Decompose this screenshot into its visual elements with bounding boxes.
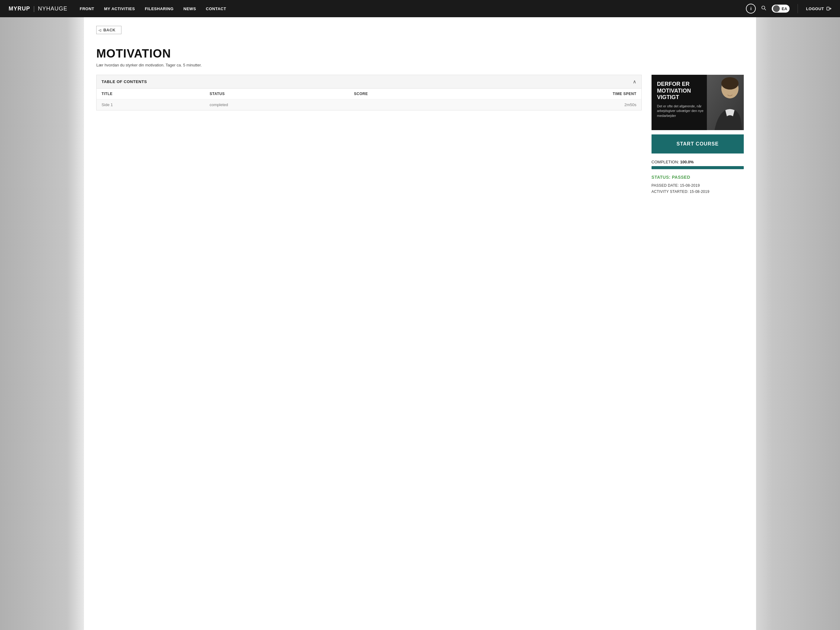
search-icon: [761, 6, 766, 11]
progress-bar-fill: [652, 166, 744, 169]
activity-started-row: ACTIVITY STARTED: 15-08-2019: [652, 190, 744, 194]
nav-link-activities[interactable]: MY ACTIVITIES: [104, 6, 135, 11]
main-layout: TABLE OF CONTENTS ∧ TITLE STATUS SCORE T…: [96, 75, 744, 196]
completion-row: COMPLETION: 100.0%: [652, 160, 744, 164]
nav-actions: i EA LOGOUT: [746, 4, 831, 14]
svg-rect-2: [827, 7, 829, 10]
right-panel: DERFOR ERMOTIVATIONVIGTIGT Det er ofte d…: [652, 75, 744, 196]
user-toggle[interactable]: EA: [772, 5, 789, 13]
course-subtitle: Lær hvordan du styrker din motivation. T…: [96, 63, 744, 67]
course-image-desc: Det er ofte det afgørende, nårarbejdsgiv…: [657, 104, 704, 118]
navbar: MYRUP | NYHAUGE FRONT MY ACTIVITIES FILE…: [0, 0, 840, 17]
back-button[interactable]: BACK: [96, 26, 122, 34]
nav-links: FRONT MY ACTIVITIES FILESHARING NEWS CON…: [80, 6, 746, 11]
toc-title: TABLE OF CONTENTS: [101, 79, 147, 84]
brand-myrup: MYRUP: [9, 6, 30, 12]
toc-collapse-icon[interactable]: ∧: [633, 79, 636, 85]
course-image-person: [707, 75, 744, 130]
course-title: MOTIVATION: [96, 47, 744, 60]
nav-link-contact[interactable]: CONTACT: [206, 6, 226, 11]
passed-date-row: PASSED DATE: 15-08-2019: [652, 184, 744, 188]
svg-point-0: [762, 6, 765, 9]
back-button-wrap: BACK: [96, 26, 744, 41]
progress-bar: [652, 166, 744, 169]
svg-point-5: [721, 77, 739, 90]
toc-panel: TABLE OF CONTENTS ∧ TITLE STATUS SCORE T…: [96, 75, 642, 111]
logout-label: LOGOUT: [806, 6, 824, 11]
table-row: Side 1 completed 2m50s: [96, 99, 641, 111]
course-image-card: DERFOR ERMOTIVATIONVIGTIGT Det er ofte d…: [652, 75, 744, 130]
completion-label: COMPLETION:: [652, 160, 679, 164]
col-score: SCORE: [349, 89, 470, 99]
row-title: Side 1: [96, 99, 205, 111]
toc-header: TABLE OF CONTENTS ∧: [96, 75, 641, 89]
col-time-spent: TIME SPENT: [470, 89, 641, 99]
nav-link-front[interactable]: FRONT: [80, 6, 94, 11]
content-wrapper: BACK MOTIVATION Lær hvordan du styrker d…: [84, 17, 756, 630]
logout-icon: [826, 6, 831, 11]
toc-table: TITLE STATUS SCORE TIME SPENT Side 1 com…: [96, 89, 641, 110]
row-score: [349, 99, 470, 111]
completion-percentage: 100.0%: [680, 160, 694, 164]
info-button[interactable]: i: [746, 4, 756, 14]
user-initials: EA: [782, 6, 787, 11]
col-status: STATUS: [205, 89, 349, 99]
logout-button[interactable]: LOGOUT: [806, 6, 831, 11]
nav-divider: [797, 4, 798, 13]
course-image-text: DERFOR ERMOTIVATIONVIGTIGT Det er ofte d…: [652, 75, 709, 124]
row-status: completed: [205, 99, 349, 111]
nav-link-news[interactable]: NEWS: [183, 6, 196, 11]
status-row: STATUS: PASSED: [652, 175, 744, 180]
course-image-headline: DERFOR ERMOTIVATIONVIGTIGT: [657, 81, 704, 101]
toggle-circle: [773, 5, 780, 12]
brand-nyhauge: NYHAUGE: [38, 6, 67, 12]
svg-line-1: [765, 9, 766, 11]
nav-link-filesharing[interactable]: FILESHARING: [145, 6, 174, 11]
search-button[interactable]: [761, 6, 766, 12]
row-time-spent: 2m50s: [470, 99, 641, 111]
start-course-button[interactable]: START COURSE: [652, 135, 744, 154]
brand-divider: |: [33, 5, 35, 12]
person-silhouette: [708, 75, 742, 130]
col-title: TITLE: [96, 89, 205, 99]
brand: MYRUP | NYHAUGE: [9, 5, 67, 12]
